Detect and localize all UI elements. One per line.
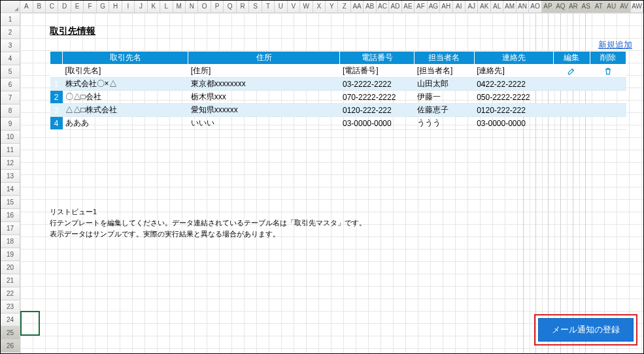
col-header-cell[interactable]: AS <box>580 1 592 12</box>
cell-name[interactable]: △△□株式会社 <box>63 104 188 117</box>
row-number[interactable]: 3 <box>50 104 63 117</box>
col-header-person[interactable]: 担当者名 <box>415 52 475 65</box>
col-header-cell[interactable]: AC <box>377 1 389 12</box>
col-header-tel[interactable]: 電話番号 <box>340 52 415 65</box>
cell-edit[interactable] <box>554 78 590 91</box>
select-all-corner[interactable] <box>1 1 20 12</box>
col-header-delete[interactable]: 削除 <box>590 52 626 65</box>
col-header-cell[interactable]: C <box>46 1 58 12</box>
col-header-cell[interactable]: R <box>237 1 249 12</box>
cell-tel[interactable]: [電話番号] <box>340 65 415 78</box>
col-header-cell[interactable]: AH <box>440 1 452 12</box>
col-header-cell[interactable]: K <box>148 1 160 12</box>
row-header-cell[interactable]: 20 <box>1 261 20 274</box>
col-header-cell[interactable]: AR <box>568 1 580 12</box>
col-header-cell[interactable]: O <box>198 1 211 12</box>
col-header-cell[interactable]: AB <box>364 1 376 12</box>
col-header-cell[interactable]: V <box>288 1 300 12</box>
col-header-cell[interactable]: Y <box>326 1 338 12</box>
cell-contact[interactable]: 03-0000-0000 <box>474 117 554 130</box>
cell-edit[interactable] <box>554 104 590 117</box>
edit-icon[interactable] <box>554 65 590 78</box>
col-header-cell[interactable]: X <box>313 1 326 12</box>
row-header-cell[interactable]: 23 <box>1 300 20 314</box>
cell-address[interactable]: 東京都xxxxxxxx <box>188 78 340 91</box>
row-header-cell[interactable]: 6 <box>1 78 20 91</box>
row-number[interactable]: 1 <box>50 78 63 91</box>
col-header-cell[interactable]: G <box>97 1 109 12</box>
row-header-cell[interactable]: 19 <box>1 248 20 261</box>
mail-register-button[interactable]: メール通知の登録 <box>538 318 634 342</box>
cell-name[interactable]: 〇△□会社 <box>63 91 188 104</box>
cell-person[interactable]: 山田太郎 <box>415 78 475 91</box>
cell-address[interactable]: 栃木県xxx <box>188 91 340 104</box>
row-header-cell[interactable]: 21 <box>1 274 20 287</box>
row-header-cell[interactable]: 13 <box>1 170 20 183</box>
row-header-cell[interactable]: 24 <box>1 314 20 327</box>
delete-icon[interactable] <box>590 65 626 78</box>
col-header-cell[interactable]: N <box>186 1 198 12</box>
cell-contact[interactable]: 050-2222-2222 <box>474 91 554 104</box>
cell-delete[interactable] <box>590 78 626 91</box>
col-header-cell[interactable]: AA <box>351 1 364 12</box>
col-header-address[interactable]: 住所 <box>188 52 340 65</box>
col-header-cell[interactable]: A <box>20 1 33 12</box>
row-header-cell[interactable]: 10 <box>1 131 20 144</box>
col-header-cell[interactable]: AJ <box>466 1 478 12</box>
row-header-cell[interactable]: 2 <box>1 26 20 39</box>
col-header-cell[interactable]: J <box>135 1 147 12</box>
row-header-cell[interactable]: 8 <box>1 105 20 118</box>
col-header-cell[interactable]: AK <box>478 1 490 12</box>
col-header-cell[interactable]: AN <box>517 1 529 12</box>
col-header-cell[interactable]: U <box>275 1 287 12</box>
col-header-cell[interactable]: W <box>300 1 313 12</box>
col-header-contact[interactable]: 連絡先 <box>474 52 554 65</box>
add-new-link[interactable]: 新規追加 <box>598 39 632 51</box>
col-header-cell[interactable]: F <box>84 1 96 12</box>
cell-edit[interactable] <box>554 117 590 130</box>
cell-address[interactable]: 愛知県xxxxxx <box>188 104 340 117</box>
row-header-cell[interactable]: 26 <box>1 340 20 353</box>
row-header-cell[interactable]: 17 <box>1 222 20 235</box>
col-header-cell[interactable]: AO <box>529 1 541 12</box>
col-header-cell[interactable]: AU <box>605 1 618 12</box>
cell-person[interactable]: 佐藤恵子 <box>415 104 475 117</box>
col-header-cell[interactable]: AI <box>453 1 466 12</box>
col-header-cell[interactable]: E <box>71 1 84 12</box>
cell-contact[interactable]: 0422-22-2222 <box>474 78 554 91</box>
col-header-cell[interactable]: P <box>211 1 224 12</box>
row-header-cell[interactable]: 18 <box>1 235 20 248</box>
row-number[interactable]: 4 <box>50 117 63 130</box>
col-header-cell[interactable]: AQ <box>554 1 567 12</box>
col-header-cell[interactable]: B <box>33 1 46 12</box>
col-header-cell[interactable]: AM <box>503 1 516 12</box>
cell-name[interactable]: 株式会社〇×△ <box>63 78 188 91</box>
col-header-cell[interactable]: H <box>109 1 122 12</box>
col-header-cell[interactable]: AL <box>491 1 503 12</box>
row-header-cell[interactable]: 4 <box>1 52 20 65</box>
col-header-cell[interactable]: AP <box>542 1 554 12</box>
col-header-cell[interactable]: Z <box>338 1 350 12</box>
row-header-cell[interactable]: 25 <box>1 327 20 340</box>
cell-tel[interactable]: 03-0000-0000 <box>340 117 415 130</box>
cell-name[interactable]: あああ <box>63 117 188 130</box>
row-number[interactable]: 2 <box>50 91 63 104</box>
col-header-cell[interactable]: M <box>173 1 186 12</box>
cell-person[interactable]: ううう <box>415 117 475 130</box>
col-header-name[interactable]: 取引先名 <box>63 52 188 65</box>
row-header-cell[interactable]: 15 <box>1 196 20 209</box>
col-header-cell[interactable]: D <box>58 1 71 12</box>
col-header-cell[interactable]: AW <box>631 1 643 12</box>
row-header-cell[interactable]: 16 <box>1 209 20 222</box>
row-header-cell[interactable]: 14 <box>1 183 20 196</box>
cell-person[interactable]: 伊藤一 <box>415 91 475 104</box>
row-header-cell[interactable]: 7 <box>1 91 20 105</box>
row-header-cell[interactable]: 1 <box>1 13 20 26</box>
col-header-cell[interactable]: L <box>160 1 173 12</box>
cell-tel[interactable]: 070-2222-2222 <box>340 91 415 104</box>
row-header-cell[interactable]: 3 <box>1 39 20 52</box>
col-header-cell[interactable]: AV <box>618 1 630 12</box>
cell-name[interactable]: [取引先名] <box>63 65 188 78</box>
col-header-cell[interactable]: AF <box>415 1 427 12</box>
cell-delete[interactable] <box>590 91 626 104</box>
